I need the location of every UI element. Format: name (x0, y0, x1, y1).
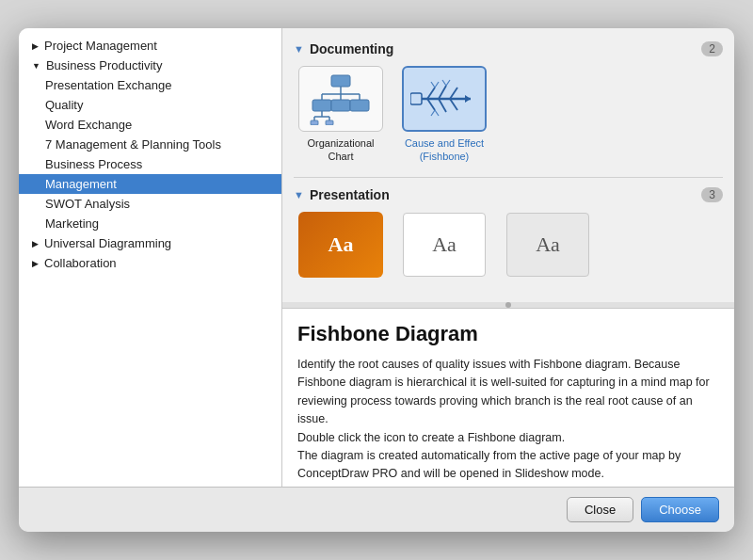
svg-rect-29 (410, 93, 422, 104)
sidebar-item-project-management[interactable]: ▶Project Management (19, 36, 281, 56)
sidebar-label: Presentation Exchange (45, 78, 171, 92)
sidebar-label: SWOT Analysis (45, 197, 130, 211)
sidebar-item-business-process[interactable]: Business Process (19, 154, 281, 174)
section-title-presentation: Presentation (310, 187, 701, 202)
org-chart-icon (308, 73, 374, 125)
dialog-footer: Close Choose (19, 487, 734, 532)
sidebar-item-universal-diagramming[interactable]: ▶Universal Diagramming (19, 233, 281, 253)
sidebar-label: Universal Diagramming (44, 236, 171, 250)
sidebar-item-swot-analysis[interactable]: SWOT Analysis (19, 194, 281, 214)
svg-line-20 (427, 99, 435, 110)
template-thumb-cause-effect (402, 66, 487, 132)
description-body: Identify the root causes of quality issu… (297, 356, 719, 487)
pres-thumb-light: Aa (403, 213, 486, 277)
description-title: Fishbone Diagram (297, 322, 719, 346)
main-dialog: ▶Project Management▼Business Productivit… (19, 28, 734, 532)
svg-marker-16 (465, 95, 471, 103)
template-item-pres-light[interactable]: Aa (397, 212, 491, 282)
template-thumb-pres-medium: Aa (505, 212, 590, 278)
sidebar-item-collaboration[interactable]: ▶Collaboration (19, 253, 281, 273)
sidebar-item-business-productivity[interactable]: ▼Business Productivity (19, 56, 281, 75)
section-count-documenting: 2 (701, 41, 723, 56)
pres-aa-label: Aa (328, 232, 354, 257)
svg-line-18 (439, 86, 446, 99)
section-title-documenting: Documenting (310, 41, 701, 56)
svg-line-27 (435, 110, 439, 116)
sidebar-item-presentation-exchange[interactable]: Presentation Exchange (19, 75, 281, 95)
template-label-org-chart: Organizational Chart (294, 136, 388, 164)
svg-rect-13 (311, 120, 318, 125)
sidebar-label: Marketing (45, 216, 99, 231)
sidebar: ▶Project Management▼Business Productivit… (19, 28, 282, 487)
template-thumb-pres-light: Aa (402, 212, 487, 278)
svg-line-21 (439, 99, 446, 112)
template-item-org-chart[interactable]: Organizational Chart (294, 66, 388, 164)
svg-line-26 (442, 80, 446, 86)
svg-rect-0 (331, 75, 350, 87)
sidebar-item-quality[interactable]: Quality (19, 95, 281, 115)
template-thumb-org-chart (298, 66, 383, 132)
template-thumb-pres-dark: Aa (298, 212, 383, 278)
sidebar-label: Word Exchange (45, 118, 132, 132)
section-count-presentation: 3 (701, 187, 723, 202)
description-area: Fishbone Diagram Identify the root cause… (282, 308, 734, 487)
svg-line-22 (450, 99, 457, 110)
sidebar-item-7-management[interactable]: 7 Management & Planning Tools (19, 135, 281, 154)
svg-line-23 (435, 82, 439, 88)
sidebar-item-marketing[interactable]: Marketing (19, 214, 281, 233)
template-label-cause-effect: Cause and Effect (Fishbone) (397, 136, 491, 164)
pres-aa-label: Aa (432, 232, 457, 257)
sidebar-label: Project Management (44, 39, 157, 53)
triangle-icon: ▶ (32, 259, 39, 268)
template-grid-presentation: AaAaAa (294, 212, 723, 282)
svg-line-24 (431, 82, 435, 88)
section-header-documenting: ▼Documenting2 (294, 41, 723, 56)
svg-line-28 (431, 110, 435, 116)
pres-thumb-dark: Aa (298, 212, 383, 278)
svg-rect-8 (350, 100, 369, 111)
template-item-pres-medium[interactable]: Aa (501, 212, 595, 282)
sidebar-label: 7 Management & Planning Tools (45, 137, 221, 152)
svg-rect-6 (312, 100, 331, 111)
svg-line-17 (427, 88, 435, 99)
main-panel: ▼Documenting2 Organizational Chart (282, 28, 734, 487)
template-grid-documenting: Organizational Chart Cause and Effect (F… (294, 66, 723, 164)
template-item-cause-effect[interactable]: Cause and Effect (Fishbone) (397, 66, 491, 164)
section-triangle-icon: ▼ (294, 189, 304, 200)
svg-line-19 (450, 88, 457, 99)
fishbone-icon (410, 72, 478, 125)
pres-thumb-medium: Aa (506, 213, 589, 277)
svg-rect-14 (326, 120, 333, 125)
triangle-icon: ▼ (32, 61, 40, 71)
sidebar-item-management[interactable]: Management (19, 174, 281, 194)
triangle-icon: ▶ (32, 41, 39, 51)
close-button[interactable]: Close (567, 497, 633, 522)
pres-aa-label: Aa (536, 232, 560, 257)
sidebar-label: Collaboration (44, 256, 117, 270)
dialog-content: ▶Project Management▼Business Productivit… (19, 28, 734, 487)
sidebar-label: Business Process (45, 157, 142, 171)
templates-area: ▼Documenting2 Organizational Chart (282, 28, 734, 302)
section-header-presentation: ▼Presentation3 (294, 187, 723, 202)
sidebar-label: Business Productivity (46, 58, 163, 72)
choose-button[interactable]: Choose (641, 497, 719, 522)
svg-rect-7 (331, 100, 350, 111)
sidebar-label: Management (45, 177, 117, 191)
template-item-pres-dark[interactable]: Aa (294, 212, 388, 282)
sidebar-item-word-exchange[interactable]: Word Exchange (19, 115, 281, 135)
svg-line-25 (446, 80, 450, 86)
section-divider (294, 177, 723, 178)
triangle-icon: ▶ (32, 239, 39, 248)
sidebar-label: Quality (45, 98, 83, 112)
section-triangle-icon: ▼ (294, 43, 304, 55)
